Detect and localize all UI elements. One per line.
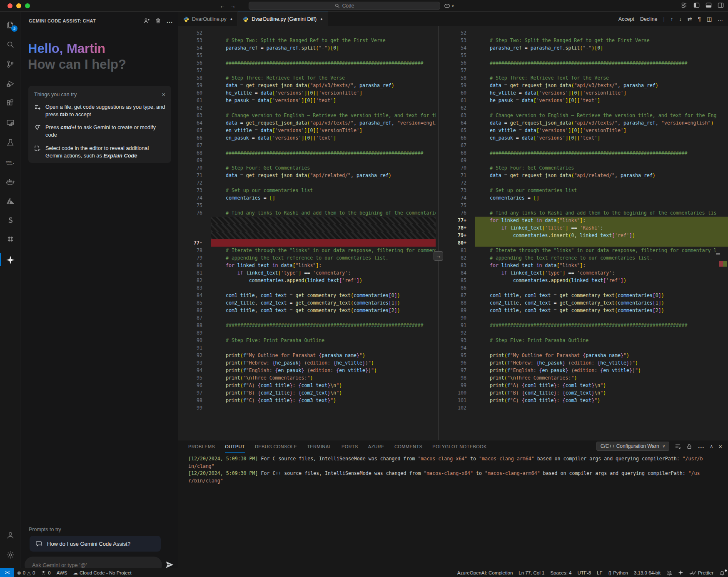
code-line[interactable]: 57 (442, 67, 728, 74)
tab-dvaroutline-diff[interactable]: DvarOutline.py (Gemini Diff) ● (238, 12, 328, 26)
code-line[interactable]: 90 # Step Five: Print Parasha Outline (178, 337, 436, 344)
testing-icon[interactable] (0, 132, 20, 152)
panel-tab-ports[interactable]: PORTS (342, 440, 358, 453)
code-line[interactable]: 74 commentaries = [] (178, 194, 436, 202)
code-line[interactable] (178, 217, 436, 224)
accept-button[interactable]: Accept (618, 16, 634, 22)
code-line[interactable]: 86 (442, 284, 728, 292)
code-line[interactable]: 67 (178, 142, 436, 149)
diff-pane-modified[interactable]: 5253 # Step Two: Split the Ranged Ref to… (442, 26, 728, 440)
prompt-suggestion-chip[interactable]: How do I use Gemini Code Assist? (30, 536, 161, 552)
toggle-sidebar-icon[interactable] (693, 2, 700, 8)
swap-sides-icon[interactable]: ⇄ (688, 16, 692, 22)
code-line[interactable]: 92 print(f"My Outline for Parashat {para… (178, 352, 436, 359)
gemini-status-icon[interactable] (675, 568, 686, 577)
close-panel-icon[interactable]: × (718, 443, 722, 450)
output-channel-dropdown[interactable]: C/C++ Configuration Warn ∨ (596, 442, 670, 451)
code-line[interactable]: 72 (178, 179, 436, 187)
eol-status[interactable]: LF (594, 568, 605, 577)
code-line[interactable]: 92 (442, 329, 728, 337)
code-line[interactable]: 77+ for linked_text in data["links"]: (442, 217, 728, 224)
code-line[interactable]: 52 (178, 29, 436, 37)
code-line[interactable]: 101 print(f"C) {com3_title}: {com3_text}… (442, 397, 728, 404)
code-line[interactable]: 56 #####################################… (442, 59, 728, 67)
code-line[interactable]: 91 #####################################… (442, 322, 728, 329)
code-line[interactable]: 99 print(f"A) {com1_title}: {com1_text}\… (442, 382, 728, 389)
code-line[interactable]: 70 # Step Four: Get Commentaries (442, 164, 728, 172)
code-line[interactable]: 76 # find any links to Rashi and add the… (442, 209, 728, 217)
toggle-secondary-sidebar-icon[interactable] (718, 2, 724, 8)
accounts-icon[interactable] (0, 525, 20, 545)
whitespace-icon[interactable]: ¶ (698, 16, 701, 22)
split-editor-icon[interactable]: ◫ (707, 16, 712, 22)
code-line[interactable]: 96 print(f"A) {com1_title}: {com1_text}\… (178, 382, 436, 389)
code-line[interactable]: 83 (178, 284, 436, 292)
azure-openai-status[interactable]: AzureOpenAI: Completion (454, 568, 516, 577)
toggle-panel-icon[interactable] (706, 2, 712, 8)
code-line[interactable]: 79 # appending the text reference to our… (178, 254, 436, 262)
code-line[interactable]: 63 # Change version to English – Retriev… (442, 112, 728, 119)
search-sidebar-icon[interactable] (0, 35, 20, 54)
close-window-button[interactable] (7, 3, 12, 8)
code-line[interactable]: 66 en_pasuk = data['versions'][0]['text'… (178, 134, 436, 142)
panel-tab-output[interactable]: OUTPUT (225, 440, 245, 453)
code-line[interactable]: 95 print("\nThree Commentaries:") (178, 374, 436, 382)
sourcery-icon[interactable] (0, 211, 20, 230)
code-line[interactable]: 97 print(f"English: {en_pasuk} (edition:… (442, 367, 728, 374)
gemini-input[interactable] (31, 562, 155, 569)
code-line[interactable]: 61 he_pasuk = data['versions'][0]['text'… (178, 97, 436, 104)
code-line[interactable]: 98 print(f"C) {com3_title}: {com3_text}"… (178, 397, 436, 404)
code-line[interactable]: 102 (442, 404, 728, 412)
code-line[interactable]: 63 # Change version to English – Retriev… (178, 112, 436, 119)
aws-status[interactable]: AWS (54, 568, 70, 577)
diff-pane-original[interactable]: 5253 # Step Two: Split the Ranged Ref to… (178, 26, 436, 440)
panel-tab-azure[interactable]: AZURE (368, 440, 384, 453)
language-mode[interactable]: {} Python (605, 568, 631, 577)
code-line[interactable]: 71 data = get_request_json_data("api/rel… (178, 172, 436, 179)
code-line[interactable]: 88 #####################################… (178, 322, 436, 329)
customize-layout-icon[interactable] (681, 2, 688, 8)
feedback-icon[interactable] (143, 17, 150, 24)
gemini-sparkle-icon[interactable] (0, 250, 20, 270)
python-version-status[interactable]: 3.13.0 64-bit (631, 568, 663, 577)
output-log[interactable]: [12/20/2024, 5:09:30 PM] For C source fi… (188, 455, 703, 566)
polyglot-icon[interactable] (0, 230, 20, 250)
explorer-icon[interactable]: 2 (0, 15, 20, 35)
code-line[interactable]: 78 # Iterate through the "links" in our … (178, 247, 436, 254)
notifications-bell-icon[interactable] (716, 568, 728, 577)
code-line[interactable]: 56 #####################################… (178, 59, 436, 67)
code-line[interactable]: 93 # Step Five: Print Parasha Outline (442, 337, 728, 344)
copilot-menu[interactable]: ∨ (444, 2, 454, 10)
clear-output-icon[interactable] (675, 443, 681, 450)
previous-change-icon[interactable]: ↑ (671, 16, 673, 22)
code-line[interactable]: 89 com3_title, com3_text = get_commentar… (442, 307, 728, 314)
split-sash[interactable] (438, 26, 439, 440)
code-line[interactable]: 67 (442, 142, 728, 149)
code-line[interactable]: 62 (178, 104, 436, 112)
code-line[interactable]: 89 (178, 329, 436, 337)
panel-tab-debug-console[interactable]: DEBUG CONSOLE (255, 440, 297, 453)
code-line[interactable]: 68 #####################################… (442, 149, 728, 157)
problems-status[interactable]: ⊗ 0 △ 0 (14, 568, 38, 577)
code-line[interactable]: 97 print(f"B) {com2_title}: {com2_text}\… (178, 389, 436, 397)
source-control-icon[interactable] (0, 54, 20, 74)
code-line[interactable]: 73 # Set up our commentaries list (178, 187, 436, 194)
code-line[interactable]: 82 # appending the text reference to our… (442, 254, 728, 262)
code-line[interactable]: 52 (442, 29, 728, 37)
code-line[interactable]: 99 (178, 404, 436, 412)
cloud-code-status[interactable]: ☁ Cloud Code - No Project (70, 568, 135, 577)
command-center-search[interactable]: Code (249, 2, 440, 10)
code-line[interactable]: 80 for linked_text in data["links"]: (178, 262, 436, 269)
more-actions-icon[interactable]: … (718, 16, 723, 22)
nav-forward-icon[interactable]: → (229, 0, 237, 12)
code-line[interactable]: 79+ commentaries.insert(0, linked_text['… (442, 232, 728, 239)
code-line[interactable]: 53 # Step Two: Split the Ranged Ref to g… (178, 37, 436, 44)
code-line[interactable]: 90 (442, 314, 728, 322)
nav-back-icon[interactable]: ← (218, 0, 227, 12)
code-line[interactable]: 71 data = get_request_json_data("api/rel… (442, 172, 728, 179)
aws-icon[interactable]: aws (0, 152, 20, 172)
bell-slash-icon[interactable] (663, 568, 675, 577)
code-line[interactable]: 81 # Iterate through the "links" in our … (442, 247, 728, 254)
code-line[interactable]: 60 he_vtitle = data['versions'][0]['vers… (442, 89, 728, 97)
code-line[interactable]: 80+ (442, 239, 728, 247)
